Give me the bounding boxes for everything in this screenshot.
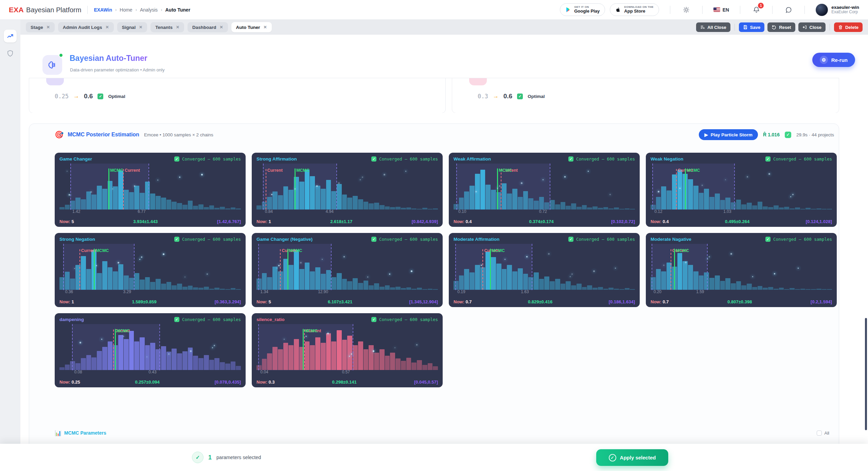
rerun-button[interactable]: ⚙ Re-run [812, 53, 855, 67]
close-icon[interactable]: ✕ [139, 25, 142, 30]
hdi-bound-line [532, 244, 532, 290]
hist-bar [347, 198, 352, 209]
select-all-control[interactable]: All [817, 431, 829, 436]
hist-bar [294, 339, 299, 370]
hist-bar [161, 346, 166, 370]
play-particle-storm-button[interactable]: ▶ Play Particle Storm [699, 129, 758, 140]
hdi-bound-line [134, 244, 135, 290]
tab-admin-audit-logs[interactable]: Admin Audit Logs✕ [58, 22, 114, 32]
hist-bar [91, 357, 96, 370]
hist-bar [774, 289, 779, 290]
page-subtitle: Data-driven parameter optimization • Adm… [70, 67, 164, 72]
tab-dashboard[interactable]: Dashboard✕ [188, 22, 228, 32]
hist-bar [315, 267, 320, 290]
hist-bar [784, 289, 789, 290]
hist-bar [433, 289, 438, 290]
hist-bar [188, 201, 193, 209]
breadcrumb-analysis[interactable]: Analysis [140, 7, 158, 13]
close-button[interactable]: Close [798, 22, 826, 32]
hist-bar [75, 198, 81, 209]
hist-bar [395, 358, 401, 370]
hist-bar [587, 207, 592, 209]
tile-header: Game Changer✓Converged — 600 samples [59, 156, 241, 162]
app-logo[interactable]: EXA Bayesian Platform [9, 6, 81, 14]
divider [772, 6, 773, 14]
hdi-bound-line [258, 244, 259, 290]
hist-bar [193, 356, 198, 370]
histogram-bars [651, 170, 832, 209]
theme-toggle-sun-icon[interactable] [681, 5, 691, 15]
language-selector[interactable]: EN [713, 7, 729, 13]
notifications-bell-icon[interactable]: 1 [751, 5, 761, 15]
select-all-checkbox[interactable] [817, 431, 822, 436]
particle [367, 276, 368, 277]
hist-bar [305, 341, 310, 370]
close-icon[interactable]: ✕ [264, 25, 267, 30]
posterior-tile: Moderate Affirmation✓Converged — 600 sam… [449, 233, 640, 307]
hist-bar [582, 287, 587, 290]
google-play-icon [565, 7, 571, 13]
close-icon[interactable]: ✕ [176, 25, 179, 30]
particle [271, 194, 272, 195]
hdi-bound-line [652, 164, 653, 210]
hist-bar [172, 349, 177, 370]
particle [351, 353, 352, 355]
app-store-badge[interactable]: DOWNLOAD ON THE App Store [610, 3, 659, 16]
hist-bar [614, 289, 619, 290]
floppy-icon [743, 25, 748, 30]
close-icon[interactable]: ✕ [220, 25, 223, 30]
save-button[interactable]: Save [739, 22, 764, 32]
hist-bar [512, 189, 517, 209]
hist-bar [97, 351, 102, 370]
breadcrumb-app[interactable]: EXAWin [94, 7, 112, 13]
hdi-interval-value: [0.102,0.72] [611, 219, 635, 224]
close-icon[interactable]: ✕ [106, 25, 109, 30]
hist-bar [800, 209, 805, 209]
posterior-tile: Game Changer (Negative)✓Converged — 600 … [252, 233, 443, 307]
hist-bar [422, 365, 427, 370]
histogram-plot: CurrentMCMC0.080.43 [59, 324, 241, 374]
tab-signal[interactable]: Signal✕ [117, 22, 147, 32]
hist-bar [385, 356, 390, 370]
hist-bar [177, 203, 182, 209]
tab-label: Dashboard [192, 25, 216, 30]
hist-bar [108, 341, 113, 370]
reset-button[interactable]: Reset [767, 22, 795, 32]
particle [405, 171, 406, 172]
breadcrumb-home[interactable]: Home [120, 7, 132, 13]
sidebar-item-analytics[interactable] [4, 30, 17, 43]
converged-label: Converged — 600 samples [773, 237, 832, 242]
google-play-badge[interactable]: GET IT ON Google Play [560, 3, 605, 16]
collapse-all-icon [700, 25, 705, 30]
tab-auto-tuner[interactable]: Auto Tuner✕ [231, 22, 272, 32]
tile-title: Weak Affirmation [454, 156, 491, 162]
converged-badge: ✓Converged — 600 samples [765, 237, 832, 242]
tile-title: Strong Affirmation [256, 156, 297, 162]
all-close-button[interactable]: All Close [696, 22, 730, 32]
tab-label: Admin Audit Logs [63, 25, 102, 30]
hist-bar [491, 257, 496, 290]
particle [752, 276, 753, 277]
close-icon[interactable]: ✕ [47, 25, 50, 30]
hist-bar [65, 205, 70, 209]
sidebar-item-security[interactable] [6, 50, 14, 58]
apply-selected-button[interactable]: ✓ Apply selected [596, 449, 668, 466]
mcmc-line-label: MCMC [95, 248, 109, 253]
hist-bar [134, 341, 139, 370]
hist-bar [305, 263, 310, 290]
hist-bar [86, 191, 91, 209]
tab-stage[interactable]: Stage✕ [26, 22, 55, 32]
tab-label: Stage [31, 25, 43, 30]
vertical-scrollbar[interactable] [865, 318, 867, 430]
hist-bar [225, 208, 230, 210]
user-menu[interactable]: exaeuler-win ExaEuler Corp [816, 4, 859, 16]
axis-label-low: 0.08 [74, 370, 82, 374]
tab-tenants[interactable]: Tenants✕ [150, 22, 184, 32]
chat-bubble-icon[interactable] [783, 5, 794, 15]
hist-bar [688, 265, 693, 290]
hist-bar [214, 358, 219, 370]
axis-label-low: 1.42 [72, 209, 80, 214]
delete-button[interactable]: Delete [834, 22, 863, 32]
exit-icon [802, 25, 807, 30]
hist-bar [603, 207, 608, 209]
